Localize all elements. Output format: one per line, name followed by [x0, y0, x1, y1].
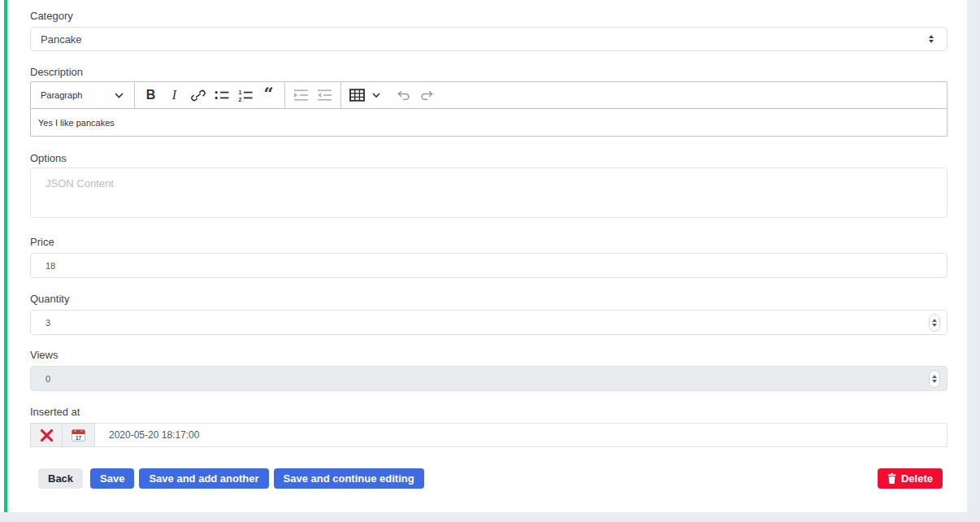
outdent-button[interactable]	[313, 84, 336, 107]
save-button[interactable]: Save	[90, 468, 134, 489]
chevron-down-icon	[372, 93, 380, 98]
clear-date-button[interactable]	[30, 423, 63, 447]
category-select[interactable]: Pancake	[30, 27, 947, 51]
bulleted-list-icon	[214, 89, 230, 102]
undo-button[interactable]	[392, 84, 415, 107]
inserted-at-label: Inserted at	[30, 407, 947, 417]
trash-icon	[887, 473, 896, 484]
svg-text:2: 2	[238, 97, 241, 102]
heading-dropdown[interactable]: Paragraph	[36, 84, 130, 107]
delete-button[interactable]: Delete	[878, 468, 943, 489]
back-button[interactable]: Back	[38, 468, 83, 489]
italic-button[interactable]: I	[163, 84, 186, 107]
calendar-picker-button[interactable]: 17	[63, 423, 95, 447]
bold-button[interactable]: B	[139, 84, 163, 107]
description-label: Description	[30, 67, 947, 77]
italic-icon: I	[172, 88, 176, 102]
toolbar-separator	[284, 82, 285, 108]
table-dropdown-button[interactable]	[369, 84, 384, 107]
views-input	[30, 366, 947, 391]
inserted-at-value: 2020-05-20 18:17:00	[109, 429, 199, 441]
price-label: Price	[30, 237, 947, 247]
bold-icon: B	[146, 88, 156, 102]
bulleted-list-button[interactable]	[210, 84, 233, 107]
save-and-continue-editing-button[interactable]: Save and continue editing	[274, 468, 424, 489]
link-icon	[191, 89, 206, 102]
record-form: Category Pancake Description Paragraph B…	[30, 0, 947, 489]
heading-dropdown-label: Paragraph	[41, 90, 82, 100]
editor-text: Yes I like pancakes	[38, 118, 115, 128]
category-label: Category	[30, 11, 947, 21]
svg-text:17: 17	[76, 435, 82, 441]
views-spinner	[929, 370, 940, 388]
form-card: Category Pancake Description Paragraph B…	[0, 0, 967, 512]
numbered-list-icon: 1 2	[237, 89, 254, 102]
views-label: Views	[30, 350, 947, 360]
redo-icon	[419, 89, 435, 102]
delete-button-label: Delete	[901, 472, 933, 485]
accent-bar	[4, 0, 7, 512]
calendar-icon: 17	[71, 428, 86, 442]
link-button[interactable]	[186, 84, 210, 107]
outdent-icon	[316, 89, 333, 102]
quantity-input[interactable]	[30, 310, 947, 335]
insert-table-button[interactable]	[345, 84, 369, 107]
inserted-at-input[interactable]: 2020-05-20 18:17:00	[95, 423, 947, 447]
editor-content[interactable]: Yes I like pancakes	[30, 109, 947, 137]
toolbar-separator	[340, 82, 341, 108]
insert-table-icon	[349, 89, 365, 102]
quantity-spinner[interactable]	[929, 314, 940, 332]
select-updown-icon	[929, 35, 934, 43]
options-textarea[interactable]	[30, 167, 947, 218]
chevron-down-icon	[115, 93, 124, 98]
numbered-list-button[interactable]: 1 2	[233, 84, 257, 107]
actions-row: Back Save Save and add another Save and …	[30, 468, 947, 489]
svg-text:1: 1	[238, 89, 241, 95]
redo-button[interactable]	[415, 84, 439, 107]
inserted-at-group: 17 2020-05-20 18:17:00	[30, 423, 947, 447]
save-and-add-another-button[interactable]: Save and add another	[139, 468, 268, 489]
toolbar-separator	[134, 82, 135, 108]
undo-icon	[396, 89, 411, 102]
quantity-label: Quantity	[30, 294, 947, 304]
block-quote-button[interactable]: “	[257, 84, 280, 107]
editor-toolbar: Paragraph B I	[30, 81, 947, 109]
indent-icon	[293, 89, 310, 102]
block-quote-icon: “	[263, 89, 273, 101]
indent-button[interactable]	[289, 84, 313, 107]
clear-x-icon	[40, 428, 54, 442]
price-input[interactable]	[30, 253, 947, 278]
options-label: Options	[30, 153, 947, 163]
category-select-value: Pancake	[41, 33, 82, 46]
